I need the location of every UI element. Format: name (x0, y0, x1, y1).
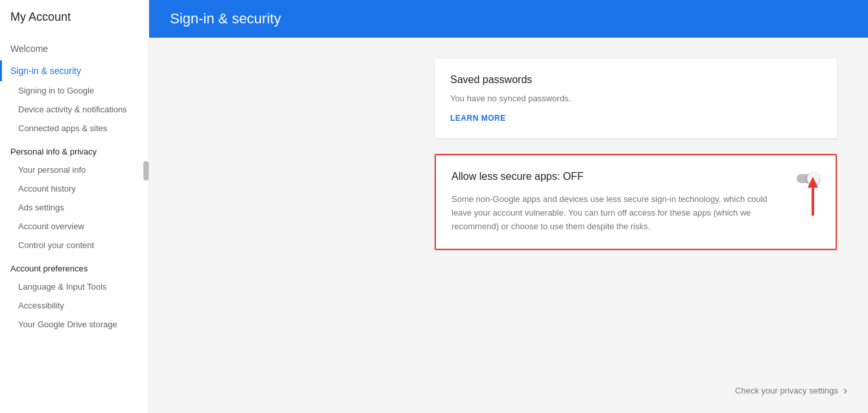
sidebar-subitem-connected-apps[interactable]: Connected apps & sites (0, 119, 149, 138)
sidebar-item-signin-security[interactable]: Sign-in & security (0, 60, 149, 81)
page-title: Sign-in & security (170, 10, 847, 27)
sidebar-title: My Account (0, 0, 149, 34)
saved-passwords-card: Saved passwords You have no synced passw… (435, 58, 837, 138)
footer-link-text: Check your privacy settings (735, 386, 838, 395)
sidebar-subitem-language[interactable]: Language & Input Tools (0, 277, 149, 296)
less-secure-apps-title: Allow less secure apps: OFF (452, 171, 786, 182)
card-row: Allow less secure apps: OFF Some non-Goo… (452, 171, 820, 233)
arrow-annotation (788, 173, 824, 219)
sidebar-subitem-accessibility[interactable]: Accessibility (0, 296, 149, 315)
sidebar: My Account Welcome Sign-in & security Si… (0, 0, 149, 413)
sidebar-subitem-account-overview[interactable]: Account overview (0, 217, 149, 236)
content-area: Saved passwords You have no synced passw… (149, 38, 868, 413)
sidebar-subitem-account-history[interactable]: Account history (0, 179, 149, 198)
sidebar-subitem-control-content[interactable]: Control your content (0, 236, 149, 255)
scrollbar[interactable] (143, 161, 149, 181)
sidebar-subitem-ads-settings[interactable]: Ads settings (0, 198, 149, 217)
sidebar-section-account-preferences[interactable]: Account preferences (0, 255, 149, 277)
saved-passwords-subtitle: You have no synced passwords. (450, 94, 821, 103)
learn-more-link[interactable]: LEARN MORE (450, 114, 821, 123)
sidebar-welcome: Welcome (0, 34, 149, 60)
sidebar-subitem-personal-info[interactable]: Your personal info (0, 160, 149, 179)
svg-marker-1 (808, 177, 818, 188)
footer-arrow-icon: › (843, 384, 847, 397)
card-text: Allow less secure apps: OFF Some non-Goo… (452, 171, 797, 233)
sidebar-subitem-google-drive-storage[interactable]: Your Google Drive storage (0, 315, 149, 334)
sidebar-subitem-signing-in[interactable]: Signing in to Google (0, 81, 149, 100)
sidebar-section-personal-info[interactable]: Personal info & privacy (0, 138, 149, 160)
privacy-settings-link[interactable]: Check your privacy settings › (735, 384, 847, 397)
main-content: Sign-in & security Saved passwords You h… (149, 0, 868, 413)
less-secure-apps-description: Some non-Google apps and devices use les… (452, 193, 786, 233)
sidebar-subitem-device-activity[interactable]: Device activity & notifications (0, 100, 149, 119)
less-secure-apps-card: Allow less secure apps: OFF Some non-Goo… (435, 154, 837, 250)
saved-passwords-title: Saved passwords (450, 74, 821, 86)
page-header: Sign-in & security (149, 0, 868, 38)
